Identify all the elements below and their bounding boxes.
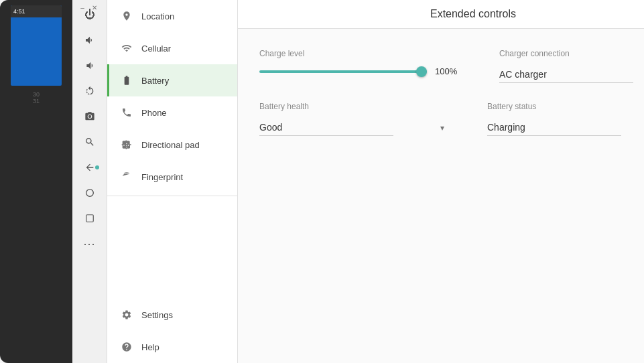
- battery-health-label: Battery health: [259, 102, 447, 111]
- charger-connection-label: Charger connection: [499, 49, 644, 58]
- battery-status-select-wrapper: Charging Discharging Full Not charging U…: [487, 119, 644, 136]
- power-icon[interactable]: ⏻: [78, 3, 102, 27]
- phone-screen-top: 4:51: [11, 5, 62, 17]
- sidebar-item-directional-pad[interactable]: Directional pad: [107, 129, 237, 161]
- sidebar-item-help-label: Help: [141, 342, 159, 352]
- sidebar-item-location-label: Location: [141, 11, 174, 21]
- sidebar-item-phone-label: Phone: [141, 108, 167, 118]
- sidebar-item-battery[interactable]: Battery: [107, 64, 237, 96]
- cellular-icon: [120, 42, 133, 55]
- square-icon[interactable]: [78, 206, 102, 230]
- phone-mockup: 4:51 30 31: [0, 0, 72, 363]
- battery-health-section: Battery health Good Failed Dead Overvolt…: [259, 102, 447, 136]
- location-icon: [120, 9, 133, 23]
- phone-screen: 4:51: [11, 5, 62, 86]
- rotate-icon[interactable]: [78, 79, 102, 103]
- sidebar-item-location[interactable]: Location: [107, 0, 237, 32]
- help-icon: [120, 340, 133, 354]
- charge-level-slider[interactable]: [259, 70, 427, 73]
- sidebar: Location Cellular Battery Phone Directio…: [107, 0, 238, 363]
- charger-connection-value: AC charger: [499, 66, 633, 83]
- fingerprint-icon: [120, 170, 133, 184]
- sidebar-item-settings-label: Settings: [141, 310, 173, 320]
- main-title: Extended controls: [238, 0, 644, 29]
- volume-up-icon[interactable]: [78, 28, 102, 52]
- charge-level-row: Charge level 100% Charger connection AC …: [259, 49, 644, 83]
- sidebar-item-battery-label: Battery: [141, 76, 169, 86]
- battery-status-label: Battery status: [487, 102, 644, 111]
- battery-icon: [120, 74, 133, 87]
- settings-icon: [120, 308, 133, 321]
- back-icon[interactable]: [78, 155, 102, 179]
- charge-level-section: Charge level 100%: [259, 49, 459, 76]
- sidebar-divider: [107, 196, 237, 196]
- battery-status-section: Battery status Charging Discharging Full…: [487, 102, 644, 136]
- sidebar-item-cellular-label: Cellular: [141, 44, 171, 54]
- svg-rect-2: [86, 215, 93, 222]
- battery-health-select-wrapper: Good Failed Dead Overvoltage Overheated …: [259, 119, 447, 136]
- more-icon[interactable]: ···: [78, 232, 102, 256]
- battery-status-dropdown-container: Charging Discharging Full Not charging U…: [487, 119, 644, 136]
- sidebar-bottom: Settings Help: [107, 299, 237, 363]
- charge-level-display: 100%: [435, 66, 459, 76]
- charge-level-label: Charge level: [259, 49, 459, 58]
- svg-point-1: [86, 190, 93, 197]
- sidebar-item-phone[interactable]: Phone: [107, 96, 237, 129]
- sidebar-item-directional-pad-label: Directional pad: [141, 140, 200, 150]
- battery-status-select[interactable]: Charging Discharging Full Not charging U…: [487, 119, 621, 136]
- home-icon[interactable]: [78, 181, 102, 205]
- sidebar-item-help[interactable]: Help: [107, 331, 237, 363]
- sidebar-item-settings[interactable]: Settings: [107, 299, 237, 331]
- charger-connection-section: Charger connection AC charger: [499, 49, 644, 83]
- main-content: Extended controls Charge level 100% Char…: [238, 0, 644, 363]
- sidebar-item-fingerprint-label: Fingerprint: [141, 172, 183, 182]
- phone-icon: [120, 106, 133, 119]
- dpad-icon: [120, 138, 133, 151]
- sidebar-item-cellular[interactable]: Cellular: [107, 32, 237, 64]
- volume-down-icon[interactable]: [78, 54, 102, 78]
- battery-health-dropdown-container: Good Failed Dead Overvoltage Overheated …: [259, 119, 447, 136]
- slider-container: 100%: [259, 66, 459, 76]
- battery-health-row: Battery health Good Failed Dead Overvolt…: [259, 102, 644, 136]
- zoom-icon[interactable]: [78, 130, 102, 154]
- svg-point-0: [88, 115, 90, 118]
- battery-content: Charge level 100% Charger connection AC …: [238, 29, 644, 156]
- battery-health-select[interactable]: Good Failed Dead Overvoltage Overheated …: [259, 119, 393, 136]
- screenshot-icon[interactable]: [78, 104, 102, 129]
- sidebar-item-fingerprint[interactable]: Fingerprint: [107, 161, 237, 193]
- toolbar: ⏻ ···: [72, 0, 107, 363]
